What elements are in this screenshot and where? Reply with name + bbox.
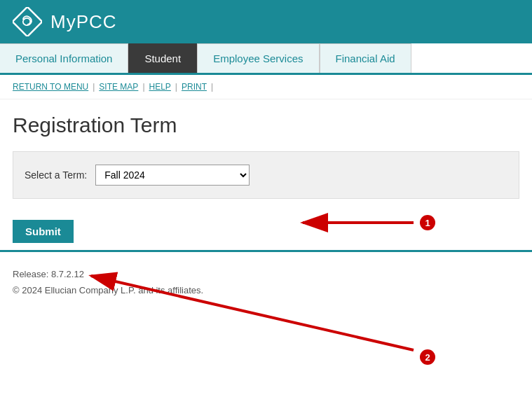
tab-financial-aid[interactable]: Financial Aid — [320, 43, 411, 73]
tab-student[interactable]: Student — [128, 43, 197, 73]
submit-row: Submit — [0, 213, 532, 250]
sep-4: | — [211, 82, 213, 92]
svg-rect-0 — [13, 7, 42, 36]
term-form-area: Select a Term: Fall 2024 Summer 2024 Spr… — [13, 151, 519, 199]
bottom-divider — [0, 250, 532, 252]
pcc-logo-icon — [13, 7, 42, 36]
site-map-link[interactable]: SITE MAP — [99, 82, 138, 92]
main-content: Registration Term Select a Term: Fall 20… — [0, 99, 532, 213]
page-title: Registration Term — [13, 113, 519, 137]
tab-employee-services[interactable]: Employee Services — [197, 43, 319, 73]
sep-2: | — [142, 82, 144, 92]
svg-point-7 — [420, 349, 435, 365]
app-title: MyPCC — [50, 11, 117, 33]
tab-personal-information[interactable]: Personal Information — [0, 43, 128, 73]
sep-1: | — [93, 82, 95, 92]
release-info: Release: 8.7.2.12 — [13, 269, 519, 279]
print-link[interactable]: PRINT — [182, 82, 207, 92]
copyright-text: © 2024 Ellucian Company L.P. and its aff… — [13, 285, 519, 295]
page-wrapper: MyPCC Personal Information Student Emplo… — [0, 0, 532, 404]
select-term-label: Select a Term: — [25, 169, 87, 181]
nav-tabs: Personal Information Student Employee Se… — [0, 43, 532, 75]
svg-text:2: 2 — [425, 352, 430, 363]
utility-bar: RETURN TO MENU | SITE MAP | HELP | PRINT… — [0, 75, 532, 99]
footer: Release: 8.7.2.12 © 2024 Ellucian Compan… — [0, 262, 532, 315]
header: MyPCC — [0, 0, 532, 43]
term-select[interactable]: Fall 2024 Summer 2024 Spring 2024 Fall 2… — [95, 165, 250, 186]
logo-area: MyPCC — [13, 7, 117, 36]
return-to-menu-link[interactable]: RETURN TO MENU — [13, 82, 88, 92]
submit-button[interactable]: Submit — [13, 220, 74, 243]
sep-3: | — [175, 82, 177, 92]
help-link[interactable]: HELP — [149, 82, 171, 92]
